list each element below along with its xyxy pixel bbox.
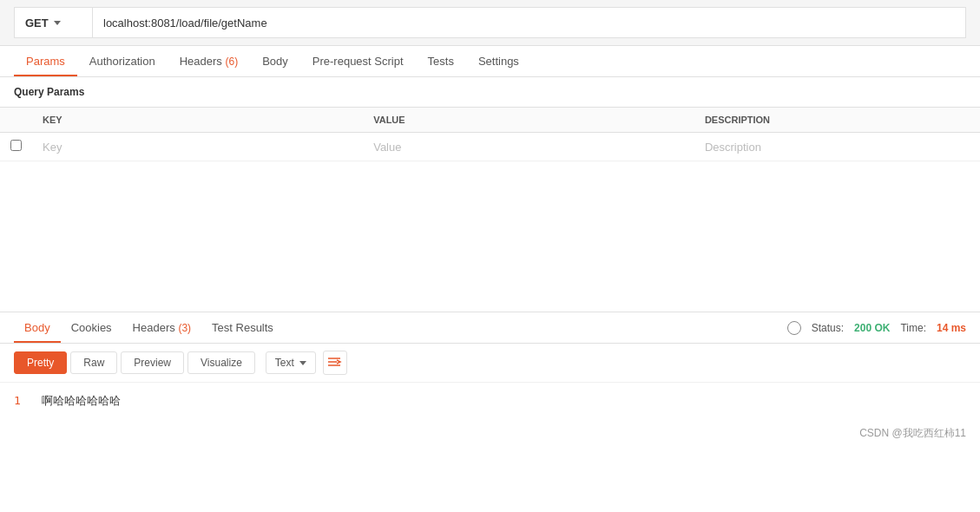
method-selector[interactable]: GET <box>14 7 92 38</box>
col-value: VALUE <box>363 108 694 133</box>
tab-body[interactable]: Body <box>250 46 300 76</box>
time-value: 14 ms <box>937 322 966 334</box>
wrap-button[interactable] <box>323 351 347 375</box>
text-format-label: Text <box>275 357 294 369</box>
response-status-bar: Status: 200 OK Time: 14 ms <box>787 321 966 335</box>
query-params-section: Query Params KEY VALUE DESCRIPTION Key V… <box>0 77 980 312</box>
globe-icon <box>787 321 801 335</box>
tab-prerequest[interactable]: Pre-request Script <box>300 46 416 76</box>
table-row: Key Value Description <box>0 133 980 161</box>
response-tab-body[interactable]: Body <box>14 312 61 343</box>
status-label: Status: <box>812 322 844 334</box>
row-checkbox-input[interactable] <box>10 140 22 151</box>
response-headers-badge: (3) <box>178 322 191 334</box>
tab-headers[interactable]: Headers (6) <box>168 46 250 76</box>
request-tabs: Params Authorization Headers (6) Body Pr… <box>0 46 980 77</box>
response-tabs: Body Cookies Headers (3) Test Results St… <box>0 312 980 344</box>
response-tab-test-results[interactable]: Test Results <box>201 312 284 343</box>
text-format-dropdown[interactable]: Text <box>266 351 316 374</box>
url-bar: GET <box>0 0 980 46</box>
tab-params[interactable]: Params <box>14 46 77 76</box>
tab-tests[interactable]: Tests <box>416 46 466 76</box>
desc-cell[interactable]: Description <box>694 133 980 161</box>
tab-authorization[interactable]: Authorization <box>77 46 168 76</box>
format-visualize-button[interactable]: Visualize <box>187 351 255 374</box>
format-bar: Pretty Raw Preview Visualize Text <box>0 344 980 383</box>
response-tab-headers[interactable]: Headers (3) <box>122 312 201 343</box>
query-params-header: Query Params <box>0 77 980 108</box>
url-input[interactable] <box>92 7 966 38</box>
response-line-content: 啊哈哈哈哈哈哈 <box>42 394 121 407</box>
response-section: Body Cookies Headers (3) Test Results St… <box>0 312 980 448</box>
line-number: 1 <box>14 394 21 407</box>
format-raw-button[interactable]: Raw <box>70 351 117 374</box>
format-preview-button[interactable]: Preview <box>121 351 184 374</box>
col-description: DESCRIPTION <box>694 108 980 133</box>
method-label: GET <box>25 16 49 30</box>
watermark: CSDN @我吃西红柿11 <box>0 419 980 448</box>
response-body: 1 啊哈哈哈哈哈哈 <box>0 383 980 419</box>
text-dropdown-chevron-icon <box>299 361 306 365</box>
format-pretty-button[interactable]: Pretty <box>14 351 67 374</box>
col-key: KEY <box>32 108 363 133</box>
key-cell[interactable]: Key <box>32 133 363 161</box>
row-checkbox[interactable] <box>0 133 32 161</box>
tab-settings[interactable]: Settings <box>466 46 531 76</box>
method-chevron-icon <box>54 21 61 25</box>
headers-badge: (6) <box>225 56 238 68</box>
status-value: 200 OK <box>854 322 890 334</box>
value-cell[interactable]: Value <box>363 133 694 161</box>
wrap-icon <box>328 357 342 369</box>
time-label: Time: <box>900 322 926 334</box>
col-checkbox <box>0 108 32 133</box>
params-table: KEY VALUE DESCRIPTION Key Value Descript… <box>0 108 980 161</box>
response-tab-cookies[interactable]: Cookies <box>61 312 122 343</box>
